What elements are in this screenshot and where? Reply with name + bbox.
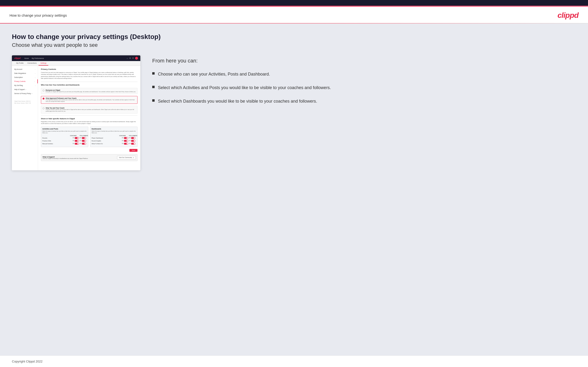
mock-external-link-icon: ↗ bbox=[133, 157, 134, 158]
mock-body: My Account› Data Integrations› Subscript… bbox=[12, 66, 140, 170]
clippd-logo: clippd bbox=[558, 11, 579, 20]
mock-save-button[interactable]: Save bbox=[130, 149, 138, 152]
mock-dash-col-followers: FOLLOWERS bbox=[129, 135, 136, 136]
mock-drills-followers: ON bbox=[80, 140, 87, 142]
mock-drills-row: Practice Drills ON ON bbox=[42, 140, 87, 142]
mock-radio-followers: Only Approved Followers and Your Coach O… bbox=[41, 96, 138, 104]
mock-on-label-2: ON bbox=[80, 137, 81, 139]
mock-drills-label: Practice Drills bbox=[42, 140, 73, 142]
mock-on-label-8: ON bbox=[129, 137, 130, 139]
mock-radio-label-coach: Only You and Your Coach bbox=[46, 107, 136, 109]
mock-radio-everyone: Everyone on Clippd Everyone on Clippd ca… bbox=[41, 88, 138, 94]
mock-sidebar-subscription: Subscription› bbox=[12, 75, 38, 79]
mock-rounds-coaches: ON bbox=[73, 137, 80, 139]
header: How to change your privacy settings clip… bbox=[0, 7, 588, 23]
mock-sidebar-privacy: Privacy Controls› bbox=[12, 79, 38, 83]
mock-radio-dot-coach bbox=[43, 107, 44, 109]
bullet-text-1: Choose who can see your Activities, Post… bbox=[158, 71, 270, 77]
mock-on-label-11: ON bbox=[122, 143, 123, 144]
mock-radio-group: Everyone on Clippd Everyone on Clippd ca… bbox=[41, 88, 138, 114]
mock-visit-community-button[interactable]: Visit Our Community ↗ bbox=[117, 156, 136, 159]
screenshot-frame: clippd Home My Performance ⌕ ⊞ ⚙ My Prof… bbox=[12, 55, 140, 170]
mock-nav-home: Home bbox=[25, 58, 29, 59]
mock-settings-icon: ⚙ bbox=[132, 57, 134, 59]
mock-toggle-drills-followers bbox=[82, 140, 86, 142]
mock-round-insights-followers: ON bbox=[129, 140, 136, 142]
mock-logo: clippd bbox=[14, 57, 21, 59]
mock-sidebar-privacy-policy: Service & Privacy Policy ↗ bbox=[12, 92, 38, 95]
content-columns: clippd Home My Performance ⌕ ⊞ ⚙ My Prof… bbox=[12, 55, 576, 170]
mock-drills-coaches: ON bbox=[73, 140, 80, 142]
mock-show-hide-title: Show or hide specific features in Clippd bbox=[41, 117, 138, 120]
mock-col-followers: FOLLOWERS bbox=[80, 135, 87, 136]
mock-help-section: Help & Support Visit our Clippd communit… bbox=[41, 154, 138, 161]
mock-work-on-row: What To Work On ON ON bbox=[92, 143, 136, 145]
mock-on-label-7: ON bbox=[122, 137, 123, 139]
mock-search-icon: ⌕ bbox=[127, 57, 128, 59]
mock-sidebar-golfbag: My Golf Bag› bbox=[12, 83, 38, 87]
mock-avatar-icon bbox=[135, 57, 138, 60]
mock-rounds-label: Rounds bbox=[42, 137, 73, 139]
top-bar-accent bbox=[0, 6, 588, 7]
logo-text: clippd bbox=[558, 11, 579, 19]
mock-manual-followers: ON bbox=[80, 143, 87, 145]
mock-nav-links: Home My Performance bbox=[25, 58, 123, 59]
mock-tab-settings: Settings bbox=[39, 61, 48, 66]
bullet-item-1: Choose who can see your Activities, Post… bbox=[152, 71, 576, 77]
mock-work-on-label: What To Work On bbox=[92, 143, 122, 144]
mock-toggle-workon-followers bbox=[131, 143, 135, 145]
mock-visit-community-label: Visit Our Community bbox=[119, 157, 132, 158]
mock-help-desc: Visit our Clippd community to troublesho… bbox=[43, 158, 88, 159]
mock-on-label-6: ON bbox=[80, 143, 81, 144]
page-browser-title: How to change your privacy settings bbox=[9, 13, 67, 17]
bullet-text-3: Select which Dashboards you would like t… bbox=[158, 98, 317, 105]
mock-sidebar-help: Help & Support ↗ bbox=[12, 87, 38, 92]
mock-round-insights-label: Round Insights bbox=[92, 140, 122, 142]
mock-radio-label-followers: Only Approved Followers and Your Coach bbox=[46, 97, 136, 99]
mock-activities-panel: Activities and Posts Select the types of… bbox=[41, 127, 88, 147]
mock-manual-coaches: ON bbox=[73, 143, 80, 145]
mock-dashboards-desc: Select the types of activity that you'd … bbox=[92, 130, 136, 134]
mock-sidebar-version: Clippd Client Version: 2022.8.2SQL Serve… bbox=[12, 98, 38, 105]
mock-radio-desc-everyone: Everyone on Clippd can search for you an… bbox=[46, 91, 136, 93]
mock-on-label: ON bbox=[73, 137, 74, 139]
mock-main-panel: Privacy Controls Control how you and you… bbox=[38, 66, 140, 170]
mock-show-hide-desc: Regardless of the privacy controls that … bbox=[41, 121, 138, 125]
page-subheading: Choose what you want people to see bbox=[12, 42, 576, 48]
mock-save-row: Save bbox=[41, 149, 138, 152]
mock-activities-desc: Select the types of activity that you'd … bbox=[42, 130, 87, 134]
mock-work-on-followers: ON bbox=[129, 143, 136, 145]
mock-radio-coach-only: Only You and Your Coach Only you and the… bbox=[41, 106, 138, 114]
mock-nav-performance: My Performance bbox=[32, 58, 44, 59]
mock-privacy-desc: Control how you and your data appears to… bbox=[41, 72, 138, 79]
mock-dashboards-title: Dashboards bbox=[92, 128, 136, 130]
mock-rounds-followers: ON bbox=[80, 137, 87, 139]
mock-sidebar-integrations: Data Integrations› bbox=[12, 71, 38, 75]
mock-dashboards-header: COACHES FOLLOWERS bbox=[92, 135, 136, 136]
mock-toggle-workon-coaches bbox=[124, 143, 128, 145]
mock-help-title: Help & Support bbox=[43, 156, 88, 158]
mock-toggle-manual-coaches bbox=[75, 143, 79, 145]
mock-player-dash-coaches: ON bbox=[122, 137, 129, 139]
page-heading: How to change your privacy settings (Des… bbox=[12, 33, 576, 41]
mock-on-label-3: ON bbox=[73, 140, 74, 141]
mock-manual-row: Manual Activities ON ON bbox=[42, 143, 87, 145]
mock-on-label-4: ON bbox=[80, 140, 81, 141]
mock-toggle-rounds-coaches bbox=[75, 137, 79, 139]
mock-toggle-insights-followers bbox=[131, 140, 135, 142]
mock-nav-icons: ⌕ ⊞ ⚙ bbox=[127, 57, 138, 60]
mock-rounds-row: Rounds ON ON bbox=[42, 137, 87, 139]
mock-player-dash-followers: ON bbox=[129, 137, 136, 139]
mock-manual-label: Manual Activities bbox=[42, 143, 73, 144]
from-here-title: From here you can: bbox=[152, 58, 576, 64]
top-bar bbox=[0, 0, 588, 7]
mock-radio-dot-everyone bbox=[43, 90, 44, 92]
main-content: How to change your privacy settings (Des… bbox=[0, 24, 588, 356]
mock-toggle-player-followers bbox=[131, 137, 135, 139]
mock-col-coaches: COACHES bbox=[70, 135, 77, 136]
mock-radio-desc-coach: Only you and the coaches you connect wit… bbox=[46, 109, 136, 112]
bullet-list: Choose who can see your Activities, Post… bbox=[152, 71, 576, 105]
mock-on-label-12: ON bbox=[129, 143, 130, 144]
mock-sidebar: My Account› Data Integrations› Subscript… bbox=[12, 66, 38, 170]
mock-on-label-10: ON bbox=[129, 140, 130, 141]
